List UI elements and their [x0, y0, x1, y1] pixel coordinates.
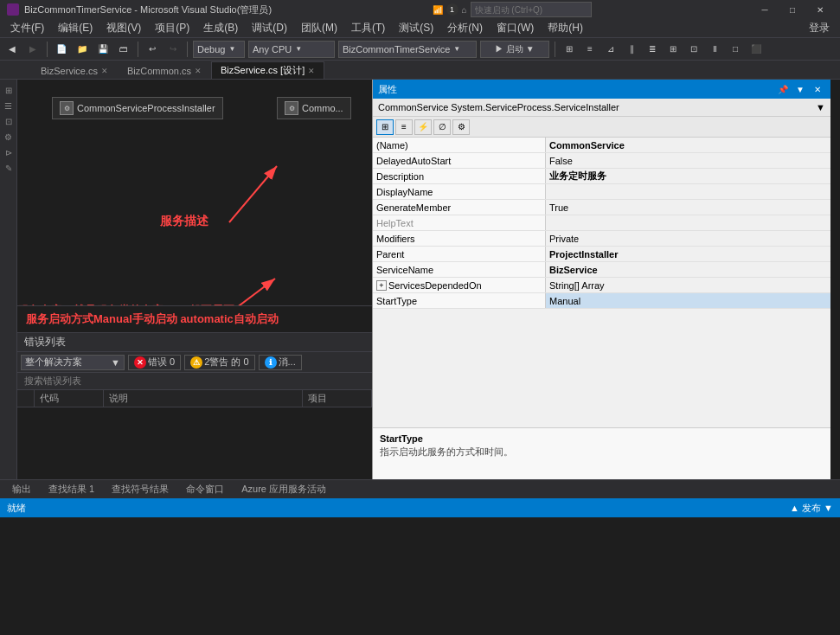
props-menu-btn[interactable]: ▼: [792, 81, 808, 97]
props-row-description[interactable]: Description 业务定时服务: [373, 169, 830, 184]
tb-btn-2[interactable]: ≡: [581, 41, 599, 58]
props-close-btn[interactable]: ✕: [810, 81, 825, 97]
bottom-tab-azure[interactable]: Azure 应用服务活动: [233, 481, 335, 497]
tb-btn-4[interactable]: ∥: [623, 41, 640, 58]
maximize-button[interactable]: □: [779, 0, 805, 19]
menu-build[interactable]: 生成(B): [196, 19, 245, 38]
redo-btn[interactable]: ↪: [164, 41, 182, 58]
menu-test[interactable]: 测试(S): [392, 19, 440, 38]
sidebar-icon-5[interactable]: ⊳: [2, 145, 16, 159]
save-all-btn[interactable]: 🗃: [115, 41, 132, 58]
props-settings-btn[interactable]: ⚙: [452, 119, 470, 135]
title-bar: BizCommonTimerService - Microsoft Visual…: [0, 0, 840, 19]
menu-debug[interactable]: 调试(D): [245, 19, 294, 38]
props-row-servicename[interactable]: ServiceName BizService: [373, 262, 830, 278]
props-row-delayedautostart[interactable]: DelayedAutoStart False: [373, 153, 830, 169]
sidebar-icon-4[interactable]: ⚙: [2, 130, 16, 144]
props-key-displayname: DisplayName: [373, 184, 546, 199]
component-processinstaller[interactable]: ⚙ CommonServiceProcessInstaller: [52, 97, 223, 119]
props-val-servicesdependedon: String[] Array: [546, 278, 830, 292]
tb-btn-10[interactable]: ⬛: [747, 41, 765, 58]
back-button[interactable]: ◀: [3, 41, 21, 58]
cpu-dropdown[interactable]: Any CPU ▼: [248, 41, 335, 58]
close-button[interactable]: ✕: [807, 0, 833, 19]
tb-btn-5[interactable]: ≣: [644, 41, 661, 58]
new-project-btn[interactable]: 📄: [53, 41, 70, 58]
bottom-tab-findresults1[interactable]: 查找结果 1: [40, 481, 103, 497]
info-count-badge[interactable]: ℹ 消...: [259, 355, 302, 370]
main-content: ⊞ ☰ ⊡ ⚙ ⊳ ✎ ⚙ CommonServiceProcessInstal…: [0, 80, 840, 479]
title-bar-text: BizCommonTimerService - Microsoft Visual…: [24, 3, 272, 16]
undo-btn[interactable]: ↩: [144, 41, 161, 58]
tab-bizservice[interactable]: BizService.cs ✕: [31, 61, 118, 79]
menu-analyze[interactable]: 分析(N): [440, 19, 490, 38]
props-key-name: (Name): [373, 138, 546, 152]
toolbar-sep-4: [555, 42, 555, 57]
info-icon: ℹ: [265, 356, 277, 369]
props-reset-btn[interactable]: ∅: [433, 119, 451, 135]
tb-btn-3[interactable]: ⊿: [602, 41, 619, 58]
bottom-tab-output[interactable]: 输出: [3, 481, 40, 497]
start-button[interactable]: ▶ 启动 ▼: [480, 41, 549, 58]
menu-help[interactable]: 帮助(H): [541, 19, 590, 38]
bottom-tab-findsymbol[interactable]: 查找符号结果: [103, 481, 177, 497]
tb-btn-9[interactable]: □: [727, 41, 744, 58]
tb-btn-8[interactable]: Ⅱ: [706, 41, 723, 58]
menu-edit[interactable]: 编辑(E): [51, 19, 99, 38]
tab-bizservice-designer[interactable]: BizService.cs [设计] ✕: [211, 61, 324, 79]
props-row-name[interactable]: (Name) CommonService: [373, 138, 830, 153]
props-row-modifiers[interactable]: Modifiers Private: [373, 231, 830, 247]
tab-close-icon[interactable]: ✕: [195, 67, 202, 75]
expand-icon[interactable]: +: [376, 280, 387, 291]
tb-btn-1[interactable]: ⊞: [561, 41, 578, 58]
props-val-name: CommonService: [546, 138, 830, 152]
component-common[interactable]: ⚙ Commo...: [277, 97, 351, 119]
menu-project[interactable]: 项目(P): [148, 19, 196, 38]
quick-launch-input[interactable]: [471, 2, 592, 17]
project-dropdown[interactable]: BizCommonTimerService ▼: [338, 41, 477, 58]
menu-tools[interactable]: 工具(T): [344, 19, 392, 38]
props-row-servicesdependedon[interactable]: + ServicesDependedOn String[] Array: [373, 278, 830, 293]
menu-login[interactable]: 登录: [802, 19, 837, 38]
props-row-helptext[interactable]: HelpText: [373, 215, 830, 231]
left-panel: ⚙ CommonServiceProcessInstaller ⚙ Commo.…: [17, 80, 372, 479]
menu-file[interactable]: 文件(F): [3, 19, 51, 38]
props-row-generatemember[interactable]: GenerateMember True: [373, 200, 830, 215]
menu-window[interactable]: 窗口(W): [490, 19, 541, 38]
tb-btn-6[interactable]: ⊞: [664, 41, 682, 58]
bottom-tab-command[interactable]: 命令窗口: [177, 481, 233, 497]
vs-logo: [7, 3, 19, 16]
debug-mode-dropdown[interactable]: Debug ▼: [193, 41, 245, 58]
col-desc: 说明: [104, 390, 303, 407]
open-btn[interactable]: 📁: [74, 41, 91, 58]
status-publish-button[interactable]: ▲ 发布 ▼: [790, 502, 833, 515]
save-btn[interactable]: 💾: [94, 41, 112, 58]
sidebar-icon-3[interactable]: ⊡: [2, 114, 16, 128]
props-row-parent[interactable]: Parent ProjectInstaller: [373, 247, 830, 262]
forward-button[interactable]: ▶: [24, 41, 42, 58]
tab-bizcommon[interactable]: BizCommon.cs ✕: [118, 61, 211, 79]
chevron-down-icon: ▼: [228, 45, 235, 53]
minimize-button[interactable]: ─: [752, 0, 778, 19]
menu-view[interactable]: 视图(V): [99, 19, 148, 38]
props-events-btn[interactable]: ⚡: [414, 119, 432, 135]
tab-close-icon[interactable]: ✕: [101, 67, 108, 75]
sidebar-icon-1[interactable]: ⊞: [2, 83, 16, 97]
props-val-starttype: Manual: [546, 293, 830, 308]
props-row-displayname[interactable]: DisplayName: [373, 184, 830, 200]
tab-close-icon[interactable]: ✕: [308, 67, 315, 75]
warning-count-badge[interactable]: ⚠ 2警告 的 0: [184, 355, 254, 370]
props-sort-alpha-btn[interactable]: ≡: [395, 119, 413, 135]
props-key-helptext: HelpText: [373, 215, 546, 230]
props-row-starttype[interactable]: StartType Manual: [373, 293, 830, 309]
props-sort-cat-btn[interactable]: ⊞: [376, 119, 394, 135]
chevron-down-icon[interactable]: ▼: [816, 102, 825, 112]
error-count-badge[interactable]: ✕ 错误 0: [128, 355, 181, 370]
error-scope-dropdown[interactable]: 整个解决方案 ▼: [21, 355, 125, 370]
sidebar-icon-2[interactable]: ☰: [2, 99, 16, 112]
tb-btn-7[interactable]: ⊡: [685, 41, 702, 58]
col-icon: [17, 390, 35, 407]
menu-team[interactable]: 团队(M): [294, 19, 344, 38]
sidebar-icon-6[interactable]: ✎: [2, 161, 16, 175]
props-pin-btn[interactable]: 📌: [775, 81, 791, 97]
